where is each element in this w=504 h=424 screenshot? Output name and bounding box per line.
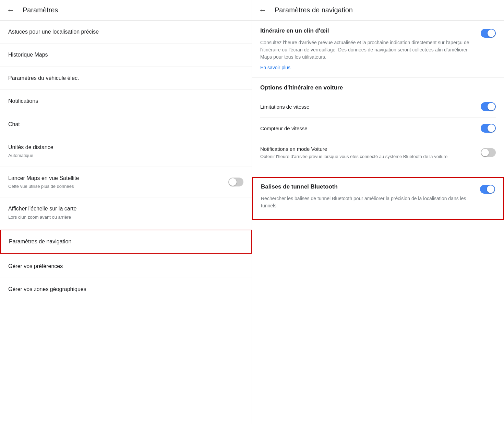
menu-item-subtitle-satellite: Cette vue utilise plus de données (8, 183, 79, 190)
toggle-itineraire[interactable] (481, 29, 496, 38)
menu-item-subtitle-echelle: Lors d'un zoom avant ou arrière (8, 214, 243, 220)
section-title-itineraire: Itinéraire en un clin d'œil (260, 27, 475, 34)
menu-item-title-zones: Gérer vos zones géographiques (8, 286, 86, 292)
setting-sublabel-notif_voiture: Obtenir l'heure d'arrivée prévue lorsque… (260, 154, 481, 160)
menu-item-title-localisation: Astuces pour une localisation précise (8, 29, 99, 35)
toggle-satellite[interactable] (228, 178, 243, 186)
section-desc-itineraire: Consultez l'heure d'arrivée prévue actua… (260, 39, 475, 61)
menu-item-unites[interactable]: Unités de distanceAutomatique (0, 136, 252, 167)
toggle-limitations[interactable] (481, 102, 496, 111)
section-header-row-itineraire: Itinéraire en un clin d'œilConsultez l'h… (260, 27, 496, 70)
navigation-sections: Itinéraire en un clin d'œilConsultez l'h… (252, 21, 504, 224)
menu-item-vehicule[interactable]: Paramètres du véhicule élec. (0, 67, 252, 90)
menu-item-historique[interactable]: Historique Maps (0, 44, 252, 66)
right-back-button[interactable]: ← (259, 7, 266, 14)
menu-item-title-satellite: Lancer Maps en vue Satellite (8, 175, 79, 181)
setting-row-notif_voiture: Notifications en mode VoitureObtenir l'h… (260, 139, 496, 166)
left-header: ← Paramètres (0, 0, 252, 21)
section-options_voiture: Options d'itinéraire en voitureLimitatio… (252, 77, 504, 173)
menu-item-subtitle-unites: Automatique (8, 153, 243, 159)
menu-item-zones[interactable]: Gérer vos zones géographiques (0, 278, 252, 301)
toggle-balises[interactable] (480, 185, 495, 194)
section-desc-balises: Rechercher les balises de tunnel Bluetoo… (261, 195, 475, 209)
section-title-balises: Balises de tunnel Bluetooth (261, 183, 475, 190)
menu-item-localisation[interactable]: Astuces pour une localisation précise (0, 21, 252, 44)
setting-label-compteur: Compteur de vitesse (260, 125, 481, 132)
settings-menu: Astuces pour une localisation préciseHis… (0, 21, 252, 424)
menu-item-satellite[interactable]: Lancer Maps en vue SatelliteCette vue ut… (0, 167, 252, 198)
menu-item-chat[interactable]: Chat (0, 113, 252, 136)
toggle-compteur[interactable] (481, 124, 496, 133)
right-panel: ← Paramètres de navigation Itinéraire en… (252, 0, 504, 424)
menu-item-title-historique: Historique Maps (8, 52, 48, 58)
section-balises: Balises de tunnel BluetoothRechercher le… (252, 177, 504, 220)
menu-item-notifications[interactable]: Notifications (0, 90, 252, 113)
menu-item-title-vehicule: Paramètres du véhicule élec. (8, 75, 79, 81)
menu-item-title-notifications: Notifications (8, 98, 38, 104)
left-panel: ← Paramètres Astuces pour une localisati… (0, 0, 252, 424)
menu-item-title-chat: Chat (8, 121, 20, 127)
section-itineraire: Itinéraire en un clin d'œilConsultez l'h… (252, 21, 504, 77)
section-link-itineraire[interactable]: En savoir plus (260, 65, 475, 70)
section-header-row-balises: Balises de tunnel BluetoothRechercher le… (261, 183, 495, 214)
setting-label-notif_voiture: Notifications en mode Voiture (260, 145, 481, 153)
right-panel-title: Paramètres de navigation (275, 6, 353, 14)
toggle-notif_voiture[interactable] (481, 148, 496, 157)
right-header: ← Paramètres de navigation (252, 0, 504, 21)
left-panel-title: Paramètres (23, 6, 58, 14)
setting-label-limitations: Limitations de vitesse (260, 103, 481, 110)
menu-item-title-navigation: Paramètres de navigation (9, 239, 71, 244)
menu-item-navigation[interactable]: Paramètres de navigation (0, 230, 252, 254)
setting-row-limitations: Limitations de vitesse (260, 96, 496, 118)
setting-row-compteur: Compteur de vitesse (260, 118, 496, 139)
menu-item-preferences[interactable]: Gérer vos préférences (0, 255, 252, 278)
menu-item-title-echelle: Afficher l'échelle sur la carte (8, 206, 76, 211)
section-title-options_voiture: Options d'itinéraire en voiture (260, 84, 496, 91)
menu-item-echelle[interactable]: Afficher l'échelle sur la carteLors d'un… (0, 197, 252, 228)
menu-item-title-unites: Unités de distance (8, 144, 53, 150)
menu-item-title-preferences: Gérer vos préférences (8, 263, 63, 269)
left-back-button[interactable]: ← (7, 7, 14, 14)
